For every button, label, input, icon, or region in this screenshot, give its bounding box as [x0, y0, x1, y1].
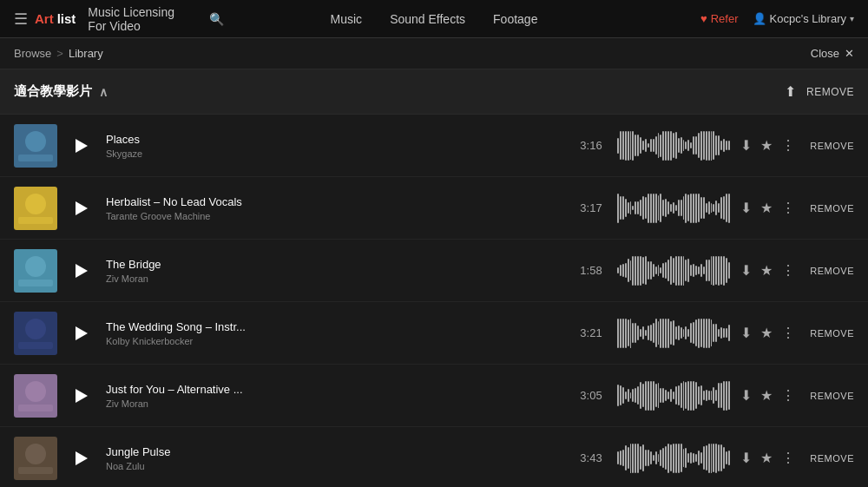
track-waveform[interactable]	[617, 443, 730, 474]
track-duration: 3:21	[575, 326, 607, 339]
remove-button[interactable]: REMOVE	[806, 328, 854, 339]
svg-point-13	[25, 381, 46, 402]
download-icon[interactable]: ⬇	[740, 325, 752, 341]
track-info: Just for You – Alternative ... Ziv Moran	[106, 383, 565, 409]
share-icon[interactable]: ⬆	[785, 83, 796, 100]
track-waveform[interactable]	[617, 193, 730, 224]
heart-icon: ♥	[700, 12, 707, 25]
collapse-icon[interactable]: ∧	[99, 85, 108, 99]
track-row: Herbalist – No Lead Vocals Tarante Groov…	[0, 177, 868, 240]
refer-button[interactable]: ♥ Refer	[700, 12, 739, 25]
play-icon	[76, 389, 88, 403]
play-button[interactable]	[68, 257, 95, 285]
collection-title: 適合教學影片 ∧	[14, 83, 108, 100]
favorite-icon[interactable]: ★	[760, 200, 773, 216]
nav-music[interactable]: Music	[331, 9, 363, 30]
play-button[interactable]	[68, 194, 95, 222]
track-thumbnail	[14, 187, 57, 230]
main-nav: Music Sound Effects Footage	[224, 9, 644, 30]
more-icon[interactable]: ⋮	[781, 387, 795, 404]
user-icon: 👤	[753, 12, 766, 25]
track-icons: ⬇ ★ ⋮	[740, 137, 795, 154]
breadcrumb-current: Library	[69, 47, 103, 60]
track-info: The Bridge Ziv Moran	[106, 258, 565, 284]
more-icon[interactable]: ⋮	[781, 137, 795, 154]
more-icon[interactable]: ⋮	[781, 325, 795, 341]
download-icon[interactable]: ⬇	[740, 387, 752, 404]
breadcrumb: Browse > Library	[14, 47, 103, 60]
track-row: Just for You – Alternative ... Ziv Moran…	[0, 365, 868, 427]
favorite-icon[interactable]: ★	[760, 387, 773, 404]
nav-sound-effects[interactable]: Sound Effects	[390, 9, 465, 30]
play-icon	[76, 139, 88, 153]
remove-button[interactable]: REMOVE	[806, 266, 854, 276]
track-row: The Wedding Song – Instr... Kolby Knicke…	[0, 302, 868, 365]
track-artist: Ziv Moran	[106, 398, 565, 409]
play-button[interactable]	[68, 319, 95, 347]
user-name: Kocpc's Library	[770, 12, 846, 25]
download-icon[interactable]: ⬇	[740, 137, 752, 154]
more-icon[interactable]: ⋮	[781, 200, 795, 216]
breadcrumb-browse[interactable]: Browse	[14, 47, 51, 60]
track-name: The Wedding Song – Instr...	[106, 320, 565, 333]
track-duration: 3:17	[575, 201, 607, 214]
track-info: The Wedding Song – Instr... Kolby Knicke…	[106, 320, 565, 346]
header-right: ♥ Refer 👤 Kocpc's Library ▾	[644, 12, 854, 25]
track-icons: ⬇ ★ ⋮	[740, 325, 795, 341]
play-icon	[76, 201, 88, 215]
track-name: Just for You – Alternative ...	[106, 383, 565, 396]
track-duration: 3:43	[575, 451, 607, 464]
download-icon[interactable]: ⬇	[740, 450, 752, 466]
nav-footage[interactable]: Footage	[493, 9, 537, 30]
track-duration: 3:16	[575, 139, 607, 152]
track-waveform[interactable]	[617, 255, 730, 286]
app-title: Music Licensing For Video	[88, 5, 195, 33]
svg-point-16	[25, 444, 46, 464]
track-icons: ⬇ ★ ⋮	[740, 200, 795, 216]
remove-button[interactable]: REMOVE	[806, 391, 854, 401]
play-button[interactable]	[68, 132, 95, 160]
track-waveform[interactable]	[617, 318, 730, 349]
track-duration: 1:58	[575, 264, 607, 277]
track-thumbnail	[14, 124, 57, 168]
track-icons: ⬇ ★ ⋮	[740, 387, 795, 404]
download-icon[interactable]: ⬇	[740, 200, 752, 216]
svg-rect-11	[18, 342, 53, 349]
collection-name: 適合教學影片	[14, 83, 92, 100]
favorite-icon[interactable]: ★	[760, 137, 773, 154]
favorite-icon[interactable]: ★	[760, 450, 773, 466]
track-artist: Noa Zulu	[106, 461, 565, 471]
track-list: Places Skygaze 3:16 ⬇ ★ ⋮ REMOVE	[0, 115, 868, 487]
favorite-icon[interactable]: ★	[760, 262, 773, 279]
favorite-icon[interactable]: ★	[760, 325, 773, 341]
remove-all-button[interactable]: REMOVE	[806, 86, 854, 98]
breadcrumb-bar: Browse > Library Close ✕	[0, 38, 868, 69]
svg-point-10	[25, 319, 46, 339]
track-artist: Skygaze	[106, 148, 565, 159]
menu-icon[interactable]: ☰	[14, 10, 28, 29]
play-button[interactable]	[68, 444, 95, 472]
play-button[interactable]	[68, 382, 95, 410]
svg-point-1	[25, 131, 46, 152]
track-icons: ⬇ ★ ⋮	[740, 262, 795, 279]
svg-rect-17	[18, 467, 53, 474]
user-menu[interactable]: 👤 Kocpc's Library ▾	[753, 12, 854, 25]
remove-button[interactable]: REMOVE	[806, 453, 854, 464]
track-row: Jungle Pulse Noa Zulu 3:43 ⬇ ★ ⋮ REMOVE	[0, 427, 868, 487]
track-row: Places Skygaze 3:16 ⬇ ★ ⋮ REMOVE	[0, 115, 868, 177]
track-info: Herbalist – No Lead Vocals Tarante Groov…	[106, 195, 565, 221]
more-icon[interactable]: ⋮	[781, 450, 795, 466]
track-row: The Bridge Ziv Moran 1:58 ⬇ ★ ⋮ REMOVE	[0, 240, 868, 302]
download-icon[interactable]: ⬇	[740, 262, 752, 279]
chevron-down-icon: ▾	[850, 14, 854, 23]
remove-button[interactable]: REMOVE	[806, 141, 854, 151]
track-thumbnail	[14, 374, 57, 418]
brand: Artlist	[35, 11, 76, 26]
close-button[interactable]: Close ✕	[811, 47, 854, 60]
track-name: Jungle Pulse	[106, 445, 565, 458]
more-icon[interactable]: ⋮	[781, 262, 795, 279]
track-waveform[interactable]	[617, 130, 730, 161]
search-icon[interactable]: 🔍	[209, 12, 224, 26]
track-waveform[interactable]	[617, 380, 730, 411]
remove-button[interactable]: REMOVE	[806, 203, 854, 214]
